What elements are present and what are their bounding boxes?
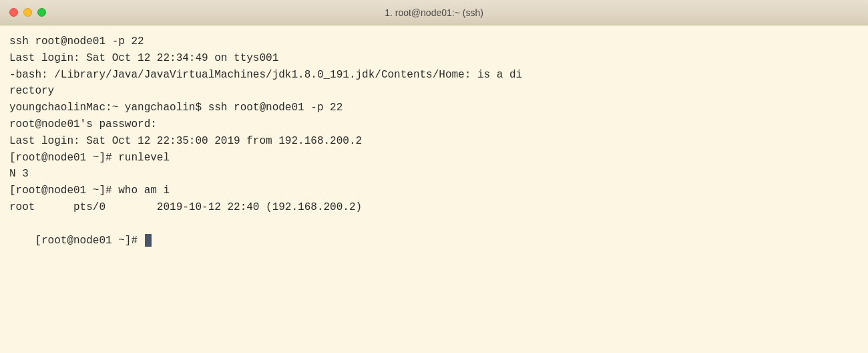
terminal-line: root@node01's password: — [9, 116, 859, 133]
terminal-cursor — [145, 234, 152, 247]
terminal-line: youngchaolinMac:~ yangchaolin$ ssh root@… — [9, 100, 859, 116]
terminal-line: -bash: /Library/Java/JavaVirtualMachines… — [9, 67, 859, 84]
terminal-line: rectory — [9, 83, 859, 100]
terminal-prompt-line: [root@node01 ~]# — [9, 216, 859, 265]
window-buttons — [9, 8, 46, 17]
minimize-button[interactable] — [23, 8, 32, 17]
close-button[interactable] — [9, 8, 18, 17]
title-bar: 1. root@node01:~ (ssh) — [0, 0, 868, 25]
terminal-line: [root@node01 ~]# who am i — [9, 183, 859, 199]
terminal-body[interactable]: ssh root@node01 -p 22 Last login: Sat Oc… — [0, 25, 868, 353]
terminal-line: Last login: Sat Oct 12 22:34:49 on ttys0… — [9, 50, 859, 67]
terminal-line: Last login: Sat Oct 12 22:35:00 2019 fro… — [9, 133, 859, 150]
terminal-line: N 3 — [9, 166, 859, 183]
terminal-line: [root@node01 ~]# runlevel — [9, 150, 859, 166]
window-title: 1. root@node01:~ (ssh) — [385, 7, 483, 18]
terminal-line: root pts/0 2019-10-12 22:40 (192.168.200… — [9, 199, 859, 216]
maximize-button[interactable] — [37, 8, 46, 17]
terminal-line: ssh root@node01 -p 22 — [9, 33, 859, 50]
